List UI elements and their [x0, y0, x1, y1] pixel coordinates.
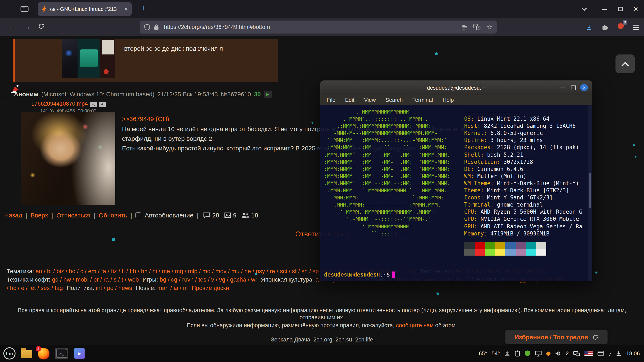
- terminal-titlebar[interactable]: desudesu@desudesu: ~ ×: [320, 80, 592, 95]
- terminal-menu-search[interactable]: Search: [386, 97, 403, 103]
- posters-stat: 18: [242, 212, 258, 219]
- clipboard-tray-icon[interactable]: [515, 350, 520, 357]
- window-minimize-button[interactable]: [602, 8, 607, 9]
- snow-particle: [112, 238, 115, 241]
- terminal-window[interactable]: desudesu@desudesu: ~ × FileEditViewSearc…: [320, 80, 593, 282]
- terminal-menu-view[interactable]: View: [364, 97, 376, 103]
- downloads-icon[interactable]: [586, 24, 592, 30]
- terminal-menu-help[interactable]: Help: [442, 97, 454, 103]
- board-links[interactable]: Прочие доски: [192, 285, 229, 291]
- terminal-palette-swatch: [526, 242, 536, 249]
- board-links[interactable]: man / ai / nf: [157, 285, 188, 291]
- updates-tray-icon[interactable]: [616, 351, 622, 356]
- board-links[interactable]: int / po / news: [96, 285, 132, 291]
- board-links[interactable]: bg / cg / ruvn / tes / v / vg / gacha / …: [160, 276, 257, 283]
- tracking-protection-shield-icon[interactable]: [144, 24, 150, 30]
- music-note-tray-icon[interactable]: ♪: [608, 350, 612, 357]
- scroll-to-top-button[interactable]: [616, 54, 635, 73]
- neofetch-info-line: -----------------: [464, 108, 582, 115]
- bookmark-star-icon[interactable]: ☆: [486, 24, 492, 30]
- terminal-scrollbar-thumb[interactable]: [589, 173, 591, 208]
- adblock-icon[interactable]: 8: [617, 23, 624, 31]
- back-button[interactable]: ←: [8, 22, 16, 32]
- media-player-icon[interactable]: ▶: [74, 348, 85, 359]
- highlighted-post-thumbnail[interactable]: [62, 39, 115, 78]
- refresh-icon[interactable]: [592, 334, 598, 340]
- menu-hamburger-icon[interactable]: [633, 24, 639, 29]
- terminal-close-button[interactable]: ×: [580, 84, 588, 91]
- report-link[interactable]: сообщите нам: [396, 322, 434, 329]
- board-category-label: Техника и софт:: [7, 276, 52, 283]
- nav-refresh-link[interactable]: Обновить: [99, 212, 127, 219]
- reader-view-icon[interactable]: [462, 24, 467, 30]
- file-zoom-icon[interactable]: [90, 102, 97, 107]
- neofetch-info-line: Theme: Mint-Y-Dark-Blue [GTK2/3]: [464, 187, 582, 194]
- url-text[interactable]: https://2ch.org/s/res/3679449.html#botto…: [164, 24, 458, 30]
- terminal-palette-swatch: [536, 242, 546, 249]
- terminal-palette-swatch: [505, 242, 516, 249]
- terminal-body[interactable]: .-MMMMMMMMMMMMMMM-. .-MMMM`..-:::::::-..…: [320, 105, 592, 281]
- terminal-maximize-button[interactable]: [571, 85, 576, 90]
- terminal-launcher-active[interactable]: >_: [55, 348, 68, 359]
- board-links[interactable]: / hc / e / fet / sex / fag: [7, 285, 63, 291]
- posters-count: 18: [251, 212, 258, 219]
- terminal-menubar: FileEditViewSearchTerminalHelp: [320, 95, 592, 105]
- terminal-minimize-button[interactable]: [560, 88, 565, 88]
- url-bar[interactable]: https://2ch.org/s/res/3679449.html#botto…: [140, 20, 497, 33]
- board-links[interactable]: gd / hw / mobi / pr / ra / s / t / web: [52, 276, 139, 283]
- favorites-top-threads-button[interactable]: Избранное / Топ тредов: [505, 330, 608, 344]
- file-name-link[interactable]: 17662094410870.mp4: [31, 100, 88, 107]
- terminal-menu-file[interactable]: File: [326, 97, 336, 103]
- status-dot-icon[interactable]: [546, 351, 550, 356]
- reply-count-link[interactable]: 30: [254, 91, 260, 97]
- cpu-temp: 65°: [479, 350, 487, 357]
- terminal-menu-edit[interactable]: Edit: [345, 97, 354, 103]
- post-thumbnail-image[interactable]: [22, 112, 115, 205]
- adblock-badge: 8: [622, 20, 627, 25]
- separator: |: [51, 212, 53, 219]
- file-download-icon[interactable]: [99, 102, 106, 107]
- reload-button[interactable]: [38, 22, 44, 32]
- shield-tray-icon[interactable]: [524, 350, 530, 357]
- window-close-button[interactable]: ×: [634, 5, 638, 13]
- neofetch-info-line: Uptime: 3 hours, 23 mins: [464, 137, 582, 144]
- tab-list-chevron-icon[interactable]: [582, 5, 587, 10]
- firefox-view-icon[interactable]: [20, 6, 28, 12]
- play-video-button[interactable]: ▶: [264, 91, 272, 97]
- board-category-label: Тематика:: [7, 268, 36, 274]
- images-stat: 9: [224, 212, 237, 219]
- panel-tray-icon[interactable]: [598, 351, 604, 356]
- collapsed-marker: ...: [2, 90, 9, 98]
- network-tray-icon[interactable]: [573, 351, 580, 356]
- window-maximize-button[interactable]: [618, 7, 622, 11]
- translate-icon[interactable]: Aa: [473, 24, 480, 30]
- autoupdate-checkbox[interactable]: [136, 212, 141, 218]
- nav-unsubscribe-link[interactable]: Отписаться: [56, 212, 90, 219]
- user-tray-icon[interactable]: [504, 351, 510, 356]
- clock[interactable]: 18.06: [626, 350, 640, 357]
- display-tray-icon[interactable]: [535, 351, 542, 356]
- keyboard-layout-us-flag-icon[interactable]: [585, 351, 593, 356]
- mint-menu-button[interactable]: Lm: [3, 347, 16, 360]
- nav-up-link[interactable]: Вверх: [30, 212, 48, 219]
- nav-back-link[interactable]: Назад: [4, 212, 22, 219]
- tab-close-icon[interactable]: ×: [124, 6, 128, 12]
- terminal-palette-swatch: [526, 249, 536, 256]
- shell-prompt[interactable]: desudesu@desudesu:~$: [324, 272, 395, 278]
- firefox-launcher[interactable]: 2: [38, 348, 50, 359]
- neofetch-info-line: CPU: AMD Ryzen 5 5600H with Radeon G: [464, 208, 582, 216]
- reply-quote-link[interactable]: >>3679449 (ОП): [122, 115, 169, 122]
- post-number[interactable]: №3679610: [221, 91, 251, 97]
- post-author: Аноним: [14, 90, 38, 98]
- board-links-line: / hc / e / fet / sex / fagПолитика: int …: [7, 284, 567, 292]
- new-tab-button[interactable]: +: [138, 3, 149, 13]
- extensions-puzzle-icon[interactable]: [601, 24, 608, 30]
- terminal-icon: >_: [56, 349, 67, 358]
- forward-button[interactable]: →: [23, 22, 31, 32]
- terminal-palette-swatch: [485, 242, 495, 249]
- images-icon: [224, 212, 231, 218]
- speaker-tray-icon[interactable]: [555, 351, 561, 356]
- browser-tab[interactable]: /s/ - GNU+Linux thread #213 ×: [38, 2, 132, 16]
- file-manager-icon[interactable]: [21, 350, 32, 358]
- terminal-menu-terminal[interactable]: Terminal: [412, 97, 433, 103]
